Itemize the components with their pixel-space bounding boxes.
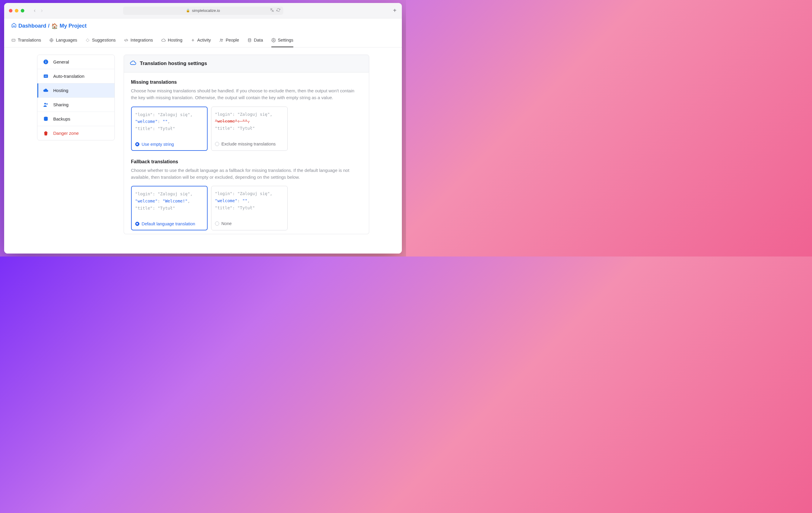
option-none[interactable]: "login": "Zaloguj się", "welcome": "", "… [211, 186, 288, 230]
people-icon [219, 38, 224, 43]
gear-icon [271, 38, 276, 43]
tab-label: Data [254, 38, 263, 43]
option-label: Use empty string [142, 142, 174, 147]
database-filled-icon [43, 116, 49, 122]
sidebar-item-general[interactable]: General [37, 55, 114, 69]
tab-label: Hosting [168, 38, 182, 43]
tab-people[interactable]: People [219, 35, 239, 47]
settings-main: Translation hosting settings Missing tra… [124, 55, 369, 253]
translations-icon [11, 38, 16, 43]
browser-window: ‹ › 🔒 simplelocalize.io + Dashboard / [4, 3, 402, 253]
window-controls [9, 9, 24, 12]
lock-icon: 🔒 [186, 9, 190, 12]
content-area: General AZ Auto-translation Hosting Shar… [4, 48, 402, 253]
maximize-window-button[interactable] [21, 9, 24, 12]
option-default-language[interactable]: "login": "Zaloguj się", "welcome": "Welc… [131, 186, 208, 230]
option-label: Default language translation [142, 221, 196, 226]
tab-activity[interactable]: Activity [191, 35, 211, 47]
tab-label: Integrations [130, 38, 153, 43]
code-preview: "login": "Zaloguj się", "welcome": "", "… [132, 107, 207, 139]
tab-data[interactable]: Data [247, 35, 263, 47]
sidebar-item-backups[interactable]: Backups [37, 112, 114, 126]
tab-label: People [226, 38, 239, 43]
cloud-icon [161, 38, 166, 43]
sidebar-item-sharing[interactable]: Sharing [37, 98, 114, 112]
back-button[interactable]: ‹ [34, 7, 36, 14]
option-use-empty-string[interactable]: "login": "Zaloguj się", "welcome": "", "… [131, 107, 208, 151]
globe-icon [49, 38, 54, 43]
svg-point-3 [220, 39, 222, 40]
tab-label: Settings [278, 38, 293, 43]
sidebar-item-label: Hosting [53, 88, 68, 93]
settings-sidebar: General AZ Auto-translation Hosting Shar… [37, 55, 115, 140]
tab-languages[interactable]: Languages [49, 35, 77, 47]
sidebar-item-label: Backups [53, 116, 70, 122]
sidebar-item-label: Danger zone [53, 131, 79, 136]
breadcrumb-separator: / [48, 23, 50, 29]
cloud-outline-icon [130, 60, 137, 68]
tab-label: Languages [56, 38, 77, 43]
option-exclude-missing[interactable]: "login": "Zaloguj się", "welcome": "", "… [211, 107, 288, 151]
sidebar-item-danger-zone[interactable]: Danger zone [37, 126, 114, 140]
tab-settings[interactable]: Settings [271, 35, 293, 47]
sparkle-icon [85, 38, 90, 43]
sidebar-item-label: General [53, 59, 69, 64]
browser-titlebar: ‹ › 🔒 simplelocalize.io + [4, 3, 402, 19]
project-emoji: 🏠 [51, 23, 58, 29]
svg-point-9 [46, 60, 46, 61]
option-label: None [222, 221, 232, 226]
translate-icon[interactable] [270, 8, 274, 13]
tab-translations[interactable]: Translations [11, 35, 41, 47]
cloud-filled-icon [43, 87, 49, 93]
svg-point-6 [273, 39, 274, 41]
radio-selected-icon [135, 142, 139, 146]
tab-label: Translations [18, 38, 41, 43]
users-icon [43, 102, 49, 107]
forward-button[interactable]: › [41, 7, 43, 14]
tab-label: Suggestions [92, 38, 116, 43]
svg-point-13 [44, 103, 46, 105]
close-window-button[interactable] [9, 9, 12, 12]
sidebar-item-label: Sharing [53, 102, 69, 107]
panel-header: Translation hosting settings [124, 55, 369, 73]
svg-rect-0 [12, 39, 15, 41]
home-icon [11, 23, 17, 29]
radio-icon [215, 221, 219, 226]
sidebar-item-auto-translation[interactable]: AZ Auto-translation [37, 69, 114, 83]
sidebar-item-hosting[interactable]: Hosting [37, 83, 114, 98]
code-preview: "login": "Zaloguj się", "welcome": "", "… [211, 186, 287, 218]
breadcrumb-dashboard[interactable]: Dashboard [19, 23, 46, 29]
panel-body: Missing translations Choose how missing … [124, 73, 369, 234]
missing-desc: Choose how missing translations should b… [131, 87, 362, 101]
url-host: simplelocalize.io [192, 8, 220, 13]
reload-icon[interactable] [277, 8, 280, 13]
trash-icon [43, 130, 49, 136]
code-preview: "login": "Zaloguj się", "welcome": "Welc… [132, 186, 207, 218]
fallback-desc: Choose whether to use the default langua… [131, 167, 362, 181]
nav-arrows: ‹ › [34, 7, 43, 14]
svg-rect-8 [46, 61, 46, 63]
svg-point-4 [222, 39, 223, 40]
main-tabs: Translations Languages Suggestions Integ… [11, 35, 395, 47]
database-icon [247, 38, 252, 43]
code-preview: "login": "Zaloguj się", "welcome": "", "… [211, 107, 287, 139]
panel-title: Translation hosting settings [140, 60, 207, 66]
app-header: Dashboard / 🏠 My Project Translations La… [4, 19, 402, 48]
radio-selected-icon [135, 222, 139, 226]
tab-integrations[interactable]: Integrations [124, 35, 153, 47]
address-bar[interactable]: 🔒 simplelocalize.io [123, 6, 283, 15]
new-tab-button[interactable]: + [393, 7, 397, 14]
code-icon [124, 38, 128, 43]
activity-icon [191, 38, 195, 43]
tab-hosting[interactable]: Hosting [161, 35, 182, 47]
radio-icon [215, 142, 219, 146]
missing-title: Missing translations [131, 80, 362, 85]
svg-point-5 [248, 38, 251, 39]
tab-suggestions[interactable]: Suggestions [85, 35, 116, 47]
missing-options: "login": "Zaloguj się", "welcome": "", "… [131, 107, 362, 151]
translate-square-icon: AZ [43, 73, 49, 79]
breadcrumb: Dashboard / 🏠 My Project [11, 23, 395, 29]
minimize-window-button[interactable] [15, 9, 19, 12]
breadcrumb-project[interactable]: My Project [60, 23, 87, 29]
fallback-title: Fallback translations [131, 159, 362, 164]
